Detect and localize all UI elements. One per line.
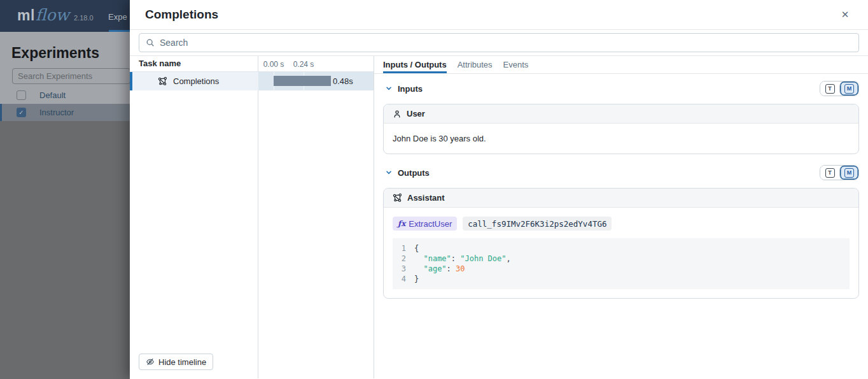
details-pane: Inputs / Outputs Attributes Events Input… (374, 56, 868, 378)
task-name-column-header: Task name (139, 59, 181, 68)
assistant-card-header: Assistant (384, 189, 858, 208)
search-icon (146, 38, 155, 47)
experiment-row-instructor: ✓ Instructor (0, 104, 130, 121)
checkbox-unchecked (17, 90, 26, 100)
user-message-card: User John Doe is 30 years old. (383, 104, 859, 154)
chevron-down-icon[interactable] (386, 169, 392, 176)
assistant-message-card: Assistant ƒx ExtractUser call_fs9IMv2F6K… (383, 188, 859, 299)
code-line: 4 } (393, 274, 850, 284)
experiments-search-input (12, 68, 130, 84)
logo-text-ml: ml (17, 7, 35, 24)
line-number: 2 (393, 254, 414, 264)
markdown-view-button[interactable]: M (839, 82, 858, 96)
modal-body: Task name 0.00 s 0.24 s Completions (130, 56, 868, 378)
experiments-sidebar: Experiments Default ✓ Instructor (0, 32, 130, 121)
tab-attributes[interactable]: Attributes (458, 56, 493, 73)
user-message-content: John Doe is 30 years old. (384, 124, 858, 154)
trace-search-box[interactable] (139, 33, 859, 52)
model-icon (393, 193, 402, 203)
assistant-message-body: ƒx ExtractUser call_fs9IMv2F6K3i2ps2edYv… (384, 208, 858, 298)
text-view-button[interactable]: T (820, 166, 839, 180)
modal-title: Completions (145, 8, 218, 22)
version-label: 2.18.0 (74, 14, 94, 22)
close-icon[interactable]: ✕ (837, 7, 853, 22)
checkbox-checked: ✓ (17, 108, 26, 117)
tool-call-id: call_fs9IMv2F6K3i2ps2edYv4TG6 (463, 217, 612, 231)
duration-bar[interactable] (274, 76, 331, 86)
timeline-column-divider (258, 56, 258, 378)
user-card-header: User (384, 104, 858, 124)
experiment-label: Instructor (39, 108, 74, 117)
assistant-role-label: Assistant (407, 193, 445, 203)
code-line: 1 { (393, 243, 850, 254)
tab-events[interactable]: Events (503, 56, 529, 73)
tab-inputs-outputs[interactable]: Inputs / Outputs (383, 56, 447, 73)
page-title: Experiments (11, 45, 99, 62)
experiment-row-default: Default (0, 87, 130, 104)
span-row-label: Completions (173, 76, 219, 86)
chevron-down-icon[interactable] (386, 85, 392, 92)
details-tabs: Inputs / Outputs Attributes Events (374, 56, 868, 74)
trace-search-section (130, 30, 868, 56)
outputs-section-header: Outputs T M (383, 164, 859, 181)
markdown-view-icon: M (844, 84, 854, 94)
outputs-section-label: Outputs (398, 168, 430, 178)
text-view-icon: T (825, 84, 835, 94)
modal-header: Completions ✕ (130, 0, 868, 30)
nav-item-experiments: Expe (108, 12, 127, 22)
eye-off-icon (146, 357, 155, 366)
outputs-view-toggle: T M (820, 165, 859, 180)
line-number: 1 (393, 243, 414, 254)
trace-detail-modal: Completions ✕ Task name 0.00 s 0.24 s (130, 0, 868, 379)
function-badge: ƒx ExtractUser (393, 217, 457, 231)
text-view-icon: T (825, 168, 835, 178)
timeline-tick-0: 0.00 s (263, 60, 284, 69)
inputs-section-label: Inputs (398, 84, 423, 94)
timeline-pane: Task name 0.00 s 0.24 s Completions (130, 56, 374, 378)
hide-timeline-button[interactable]: Hide timeline (139, 354, 213, 370)
experiments-search-field (13, 69, 130, 83)
inputs-outputs-content: Inputs T M (374, 80, 868, 299)
code-line: 3 "age": 30 (393, 264, 850, 274)
line-number: 3 (393, 264, 414, 274)
line-number: 4 (393, 274, 414, 284)
span-row-task-cell[interactable]: Completions (130, 72, 258, 90)
hide-timeline-label: Hide timeline (158, 357, 206, 367)
code-line: 2 "name": "John Doe", (393, 254, 850, 264)
markdown-view-icon: M (844, 168, 854, 178)
user-role-label: User (407, 109, 425, 118)
text-view-button[interactable]: T (820, 82, 839, 96)
duration-label: 0.48s (333, 76, 353, 86)
inputs-section-header: Inputs T M (383, 80, 859, 97)
inputs-view-toggle: T M (820, 81, 859, 96)
user-icon (393, 110, 402, 118)
function-icon: ƒx (398, 219, 405, 228)
screen: ml flow 2.18.0 Expe Experiments Default … (0, 0, 868, 379)
model-icon (158, 76, 167, 86)
experiment-label: Default (39, 90, 66, 100)
mlflow-logo: ml flow 2.18.0 (17, 6, 94, 24)
markdown-view-button[interactable]: M (839, 166, 858, 180)
logo-text-flow: flow (36, 6, 69, 24)
trace-search-input[interactable] (160, 38, 852, 48)
timeline-pane-header: Task name 0.00 s 0.24 s (130, 56, 374, 72)
span-row-completions[interactable]: Completions 0.48s (130, 72, 374, 90)
function-name: ExtractUser (409, 219, 452, 229)
tool-call-row: ƒx ExtractUser call_fs9IMv2F6K3i2ps2edYv… (393, 217, 850, 231)
tool-call-arguments-code: 1 { 2 "name": "John Doe", 3 "age": 30 (393, 238, 850, 289)
timeline-tick-1: 0.24 s (293, 60, 314, 69)
span-row-timeline-cell[interactable]: 0.48s (258, 72, 374, 90)
